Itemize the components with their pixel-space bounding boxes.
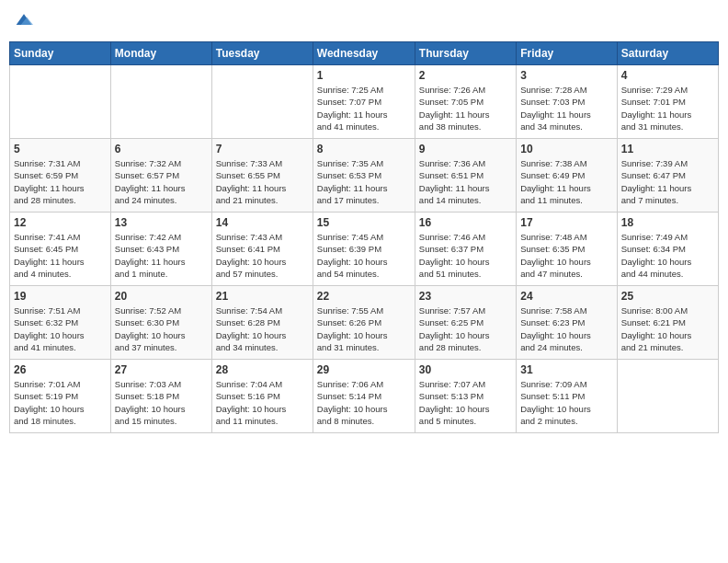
day-number: 27 xyxy=(115,363,208,376)
day-number: 18 xyxy=(621,216,714,229)
day-number: 26 xyxy=(14,363,107,376)
day-info: Sunrise: 7:55 AM Sunset: 6:26 PM Dayligh… xyxy=(317,304,411,353)
calendar-week-2: 5Sunrise: 7:31 AM Sunset: 6:59 PM Daylig… xyxy=(10,139,719,213)
weekday-header-friday: Friday xyxy=(517,42,617,65)
day-info: Sunrise: 7:45 AM Sunset: 6:39 PM Dayligh… xyxy=(317,231,411,280)
calendar-cell: 18Sunrise: 7:49 AM Sunset: 6:34 PM Dayli… xyxy=(617,213,718,286)
calendar-cell: 27Sunrise: 7:03 AM Sunset: 5:18 PM Dayli… xyxy=(110,360,211,433)
calendar-cell: 7Sunrise: 7:33 AM Sunset: 6:55 PM Daylig… xyxy=(211,139,313,213)
day-info: Sunrise: 8:00 AM Sunset: 6:21 PM Dayligh… xyxy=(621,304,714,353)
calendar-cell xyxy=(617,360,718,433)
calendar-cell: 24Sunrise: 7:58 AM Sunset: 6:23 PM Dayli… xyxy=(517,286,617,360)
day-number: 28 xyxy=(216,363,309,376)
day-info: Sunrise: 7:36 AM Sunset: 6:51 PM Dayligh… xyxy=(419,157,512,206)
day-number: 6 xyxy=(115,143,208,155)
calendar-cell xyxy=(10,65,111,139)
page-header xyxy=(9,9,719,34)
day-number: 25 xyxy=(621,290,714,303)
calendar-week-1: 1Sunrise: 7:25 AM Sunset: 7:07 PM Daylig… xyxy=(10,65,719,139)
day-number: 10 xyxy=(520,143,612,155)
weekday-header-sunday: Sunday xyxy=(10,42,111,65)
day-number: 29 xyxy=(317,363,411,376)
day-info: Sunrise: 7:58 AM Sunset: 6:23 PM Dayligh… xyxy=(520,304,612,353)
calendar-cell: 20Sunrise: 7:52 AM Sunset: 6:30 PM Dayli… xyxy=(110,286,211,360)
day-info: Sunrise: 7:49 AM Sunset: 6:34 PM Dayligh… xyxy=(621,231,714,280)
calendar-table: SundayMondayTuesdayWednesdayThursdayFrid… xyxy=(9,41,719,433)
logo xyxy=(13,15,33,34)
day-number: 8 xyxy=(317,143,411,155)
day-info: Sunrise: 7:31 AM Sunset: 6:59 PM Dayligh… xyxy=(14,157,107,206)
day-info: Sunrise: 7:48 AM Sunset: 6:35 PM Dayligh… xyxy=(520,231,612,280)
calendar-cell: 16Sunrise: 7:46 AM Sunset: 6:37 PM Dayli… xyxy=(415,213,516,286)
day-info: Sunrise: 7:03 AM Sunset: 5:18 PM Dayligh… xyxy=(115,378,208,427)
calendar-cell: 1Sunrise: 7:25 AM Sunset: 7:07 PM Daylig… xyxy=(313,65,415,139)
day-info: Sunrise: 7:28 AM Sunset: 7:03 PM Dayligh… xyxy=(520,84,612,132)
day-info: Sunrise: 7:52 AM Sunset: 6:30 PM Dayligh… xyxy=(115,304,208,353)
calendar-cell xyxy=(211,65,313,139)
day-info: Sunrise: 7:01 AM Sunset: 5:19 PM Dayligh… xyxy=(14,378,107,427)
day-info: Sunrise: 7:09 AM Sunset: 5:11 PM Dayligh… xyxy=(520,378,612,427)
day-number: 13 xyxy=(115,216,208,229)
day-number: 1 xyxy=(317,69,411,82)
day-number: 19 xyxy=(14,290,107,303)
day-info: Sunrise: 7:26 AM Sunset: 7:05 PM Dayligh… xyxy=(419,84,512,132)
day-info: Sunrise: 7:39 AM Sunset: 6:47 PM Dayligh… xyxy=(621,157,714,206)
calendar-cell: 19Sunrise: 7:51 AM Sunset: 6:32 PM Dayli… xyxy=(10,286,111,360)
day-info: Sunrise: 7:42 AM Sunset: 6:43 PM Dayligh… xyxy=(115,231,208,280)
calendar-cell: 22Sunrise: 7:55 AM Sunset: 6:26 PM Dayli… xyxy=(313,286,415,360)
calendar-cell: 13Sunrise: 7:42 AM Sunset: 6:43 PM Dayli… xyxy=(110,213,211,286)
calendar-cell: 23Sunrise: 7:57 AM Sunset: 6:25 PM Dayli… xyxy=(415,286,516,360)
day-info: Sunrise: 7:32 AM Sunset: 6:57 PM Dayligh… xyxy=(115,157,208,206)
day-number: 4 xyxy=(621,69,714,82)
calendar-cell: 30Sunrise: 7:07 AM Sunset: 5:13 PM Dayli… xyxy=(415,360,516,433)
weekday-header-thursday: Thursday xyxy=(415,42,516,65)
day-info: Sunrise: 7:38 AM Sunset: 6:49 PM Dayligh… xyxy=(520,157,612,206)
calendar-cell: 14Sunrise: 7:43 AM Sunset: 6:41 PM Dayli… xyxy=(211,213,313,286)
day-number: 17 xyxy=(520,216,612,229)
day-number: 21 xyxy=(216,290,309,303)
day-info: Sunrise: 7:25 AM Sunset: 7:07 PM Dayligh… xyxy=(317,84,411,132)
calendar-cell xyxy=(110,65,211,139)
day-number: 31 xyxy=(520,363,612,376)
calendar-cell: 17Sunrise: 7:48 AM Sunset: 6:35 PM Dayli… xyxy=(517,213,617,286)
calendar-cell: 9Sunrise: 7:36 AM Sunset: 6:51 PM Daylig… xyxy=(415,139,516,213)
day-number: 7 xyxy=(216,143,309,155)
calendar-cell: 31Sunrise: 7:09 AM Sunset: 5:11 PM Dayli… xyxy=(517,360,617,433)
day-number: 24 xyxy=(520,290,612,303)
weekday-header-tuesday: Tuesday xyxy=(211,42,313,65)
logo-icon xyxy=(15,11,33,29)
day-number: 14 xyxy=(216,216,309,229)
day-number: 2 xyxy=(419,69,512,82)
day-number: 15 xyxy=(317,216,411,229)
calendar-week-4: 19Sunrise: 7:51 AM Sunset: 6:32 PM Dayli… xyxy=(10,286,719,360)
day-info: Sunrise: 7:29 AM Sunset: 7:01 PM Dayligh… xyxy=(621,84,714,132)
day-number: 11 xyxy=(621,143,714,155)
weekday-header-wednesday: Wednesday xyxy=(313,42,415,65)
weekday-header-saturday: Saturday xyxy=(617,42,718,65)
day-info: Sunrise: 7:57 AM Sunset: 6:25 PM Dayligh… xyxy=(419,304,512,353)
weekday-header-monday: Monday xyxy=(110,42,211,65)
day-number: 9 xyxy=(419,143,512,155)
calendar-cell: 11Sunrise: 7:39 AM Sunset: 6:47 PM Dayli… xyxy=(617,139,718,213)
calendar-cell: 2Sunrise: 7:26 AM Sunset: 7:05 PM Daylig… xyxy=(415,65,516,139)
calendar-cell: 6Sunrise: 7:32 AM Sunset: 6:57 PM Daylig… xyxy=(110,139,211,213)
day-number: 5 xyxy=(14,143,107,155)
day-info: Sunrise: 7:51 AM Sunset: 6:32 PM Dayligh… xyxy=(14,304,107,353)
calendar-cell: 15Sunrise: 7:45 AM Sunset: 6:39 PM Dayli… xyxy=(313,213,415,286)
calendar-cell: 25Sunrise: 8:00 AM Sunset: 6:21 PM Dayli… xyxy=(617,286,718,360)
weekday-header-row: SundayMondayTuesdayWednesdayThursdayFrid… xyxy=(10,42,719,65)
calendar-cell: 26Sunrise: 7:01 AM Sunset: 5:19 PM Dayli… xyxy=(10,360,111,433)
day-number: 23 xyxy=(419,290,512,303)
day-number: 30 xyxy=(419,363,512,376)
calendar-cell: 21Sunrise: 7:54 AM Sunset: 6:28 PM Dayli… xyxy=(211,286,313,360)
calendar-cell: 8Sunrise: 7:35 AM Sunset: 6:53 PM Daylig… xyxy=(313,139,415,213)
day-info: Sunrise: 7:54 AM Sunset: 6:28 PM Dayligh… xyxy=(216,304,309,353)
day-number: 3 xyxy=(520,69,612,82)
calendar-cell: 3Sunrise: 7:28 AM Sunset: 7:03 PM Daylig… xyxy=(517,65,617,139)
calendar-cell: 28Sunrise: 7:04 AM Sunset: 5:16 PM Dayli… xyxy=(211,360,313,433)
day-info: Sunrise: 7:35 AM Sunset: 6:53 PM Dayligh… xyxy=(317,157,411,206)
day-number: 22 xyxy=(317,290,411,303)
day-info: Sunrise: 7:07 AM Sunset: 5:13 PM Dayligh… xyxy=(419,378,512,427)
calendar-cell: 4Sunrise: 7:29 AM Sunset: 7:01 PM Daylig… xyxy=(617,65,718,139)
day-number: 12 xyxy=(14,216,107,229)
